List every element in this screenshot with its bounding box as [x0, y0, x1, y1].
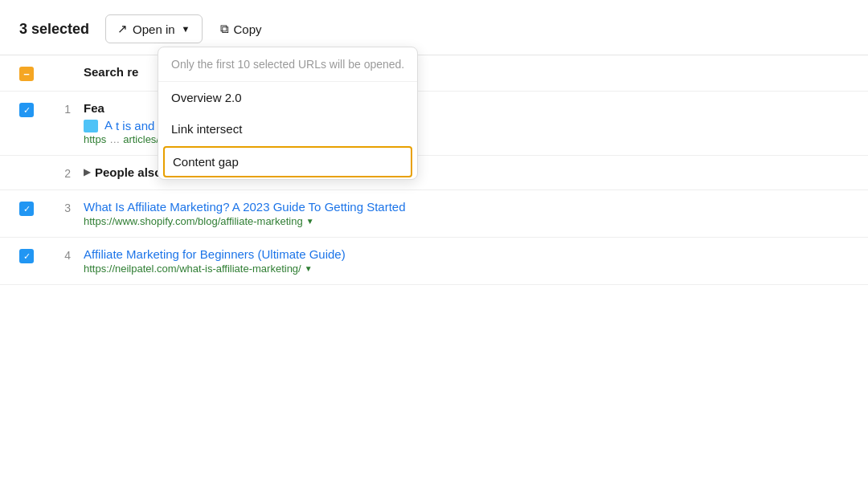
dropdown-hint: Only the first 10 selected URLs will be … [158, 47, 417, 82]
open-in-dropdown: Only the first 10 selected URLs will be … [158, 47, 418, 180]
row-1-checkbox[interactable]: ✓ [19, 101, 39, 117]
url-dropdown-icon[interactable]: ▼ [305, 264, 313, 273]
dropdown-item-overview[interactable]: Overview 2.0 [158, 82, 417, 113]
row-4-checkbox[interactable]: ✓ [19, 247, 39, 263]
open-in-icon: ↗ [117, 22, 128, 36]
row-3-link[interactable]: What Is Affiliate Marketing? A 2023 Guid… [84, 200, 849, 214]
row-3-url: https://www.shopify.com/blog/affiliate-m… [84, 215, 849, 227]
dropdown-menu: Only the first 10 selected URLs will be … [158, 47, 418, 180]
selected-count-label: 3 selected [19, 21, 89, 38]
row-3-checkbox[interactable]: ✓ [19, 200, 39, 216]
table-row: ✓ 1 Fea A t is and How to Get Started ht… [0, 92, 868, 156]
dropdown-item-content-gap[interactable]: Content gap [163, 146, 412, 177]
open-in-label: Open in [133, 22, 175, 36]
copy-label: Copy [234, 22, 262, 36]
select-all-checkbox[interactable]: − [19, 65, 39, 81]
copy-icon: ⧉ [220, 22, 229, 36]
row-1-link[interactable]: A [104, 118, 113, 132]
open-in-button[interactable]: ↗ Open in ▼ [105, 14, 202, 43]
minus-icon[interactable]: − [19, 67, 34, 81]
table-row: ✓ 3 What Is Affiliate Marketing? A 2023 … [0, 190, 868, 238]
row-4-url: https://neilpatel.com/what-is-affiliate-… [84, 263, 849, 275]
results-table: − Search re ✓ 1 Fea A t is and How to Ge… [0, 55, 868, 285]
copy-button[interactable]: ⧉ Copy [212, 15, 270, 43]
url-dropdown-icon[interactable]: ▼ [306, 217, 314, 226]
expand-arrow-icon[interactable]: ▶ [84, 167, 90, 177]
toolbar: 3 selected ↗ Open in ▼ ⧉ Copy Only the f… [0, 0, 868, 55]
dropdown-item-link-intersect[interactable]: Link intersect [158, 113, 417, 145]
thumbnail-icon [84, 120, 98, 132]
table-row: 2 ▶ People also ask [0, 156, 868, 190]
chevron-down-icon: ▼ [182, 24, 190, 34]
section-header-label: Search re [84, 65, 138, 79]
table-row: − Search re [0, 55, 868, 92]
row-4-link[interactable]: Affiliate Marketing for Beginners (Ultim… [84, 247, 849, 261]
table-row: ✓ 4 Affiliate Marketing for Beginners (U… [0, 238, 868, 285]
